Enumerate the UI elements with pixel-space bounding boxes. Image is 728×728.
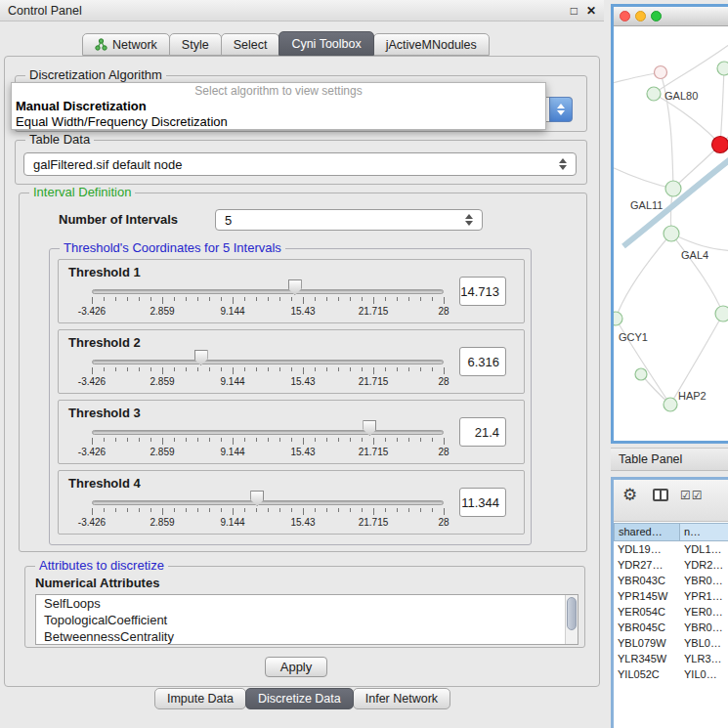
list-item[interactable]: SelfLoops [36,595,578,612]
table-cell[interactable]: YDL19… [614,543,680,555]
table-cell[interactable]: YER054C [614,606,680,618]
tab-style[interactable]: Style [169,33,222,56]
table-cell[interactable]: YPR145W [614,590,680,602]
list-item[interactable]: TopologicalCoefficient [36,612,578,628]
float-window-icon[interactable]: □ [571,4,578,18]
table-cell[interactable]: YPR1… [680,590,728,602]
table-row[interactable]: YLR345WYLR3… [614,651,728,666]
stepper-arrows-icon[interactable] [559,158,567,170]
threshold-slider[interactable]: -3.4262.8599.14415.4321.71528 [59,260,524,322]
popup-item[interactable]: Equal Width/Frequency Discretization [12,114,545,130]
threshold-value-field[interactable]: 6.316 [459,347,506,376]
table-row[interactable]: YBR043CYBR0… [614,573,728,588]
network-node[interactable] [717,62,728,75]
network-node[interactable] [647,87,661,101]
group-title: Table Data [25,132,94,147]
tab-cyni-toolbox[interactable]: Cyni Toolbox [278,31,373,56]
tab-discretize-data[interactable]: Discretize Data [245,688,354,709]
numerical-attributes-list[interactable]: SelfLoopsTopologicalCoefficientBetweenne… [35,594,578,645]
network-node[interactable] [635,368,647,380]
table-cell[interactable]: YDR2… [680,559,728,571]
scrollbar-thumb[interactable] [567,597,577,630]
panel-title: Control Panel [8,4,82,18]
table-cell[interactable]: YLR345W [614,653,680,664]
tab-network[interactable]: Network [82,33,170,56]
table-cell[interactable]: YBR0… [680,575,728,586]
node-label: GAL80 [664,90,698,102]
zoom-traffic-light[interactable] [651,11,662,21]
interval-definition-group: Interval Definition Number of Intervals … [19,193,587,552]
node-label: GAL4 [681,249,708,261]
column-header-shared-name[interactable]: shared… [614,523,680,541]
scrollbar[interactable] [565,595,578,644]
apply-button[interactable]: Apply [265,657,327,677]
table-cell[interactable]: YER0… [680,606,728,618]
slider-track[interactable] [92,430,444,435]
network-node[interactable] [614,312,622,325]
table-cell[interactable]: YDR27… [614,559,680,571]
list-item[interactable]: BetweennessCentrality [36,628,578,645]
table-row[interactable]: YIL052CYIL0… [614,666,728,682]
network-node[interactable] [665,181,681,196]
threshold-panel: Threshold 3 -3.4262.8599.14415.4321.7152… [58,400,525,464]
table-row[interactable]: YBL079WYBL0… [614,635,728,651]
table-cell[interactable]: YLR3… [680,653,728,664]
gear-icon[interactable]: ⚙ [622,485,637,505]
table-cell[interactable]: YBR043C [614,575,680,586]
network-node[interactable] [664,398,677,411]
node-table-body[interactable]: YDL19…YDL1…YDR27…YDR2…YBR043CYBR0…YPR145… [614,541,728,728]
tab-label: Infer Network [365,692,438,706]
column-header-name[interactable]: n… [680,523,728,541]
network-node-red[interactable] [712,137,728,153]
num-intervals-combobox[interactable]: 5 [215,209,483,231]
tab-infer-network[interactable]: Infer Network [353,688,450,709]
popup-item[interactable]: Manual Discretization [12,99,545,114]
table-row[interactable]: YDL19…YDL1… [614,541,728,557]
slider-track[interactable] [92,360,444,364]
threshold-slider[interactable]: -3.4262.8599.14415.4321.71528 [59,401,524,463]
table-row[interactable]: YPR145WYPR1… [614,588,728,604]
threshold-panel: Threshold 2 -3.4262.8599.14415.4321.7152… [58,329,525,394]
table-cell[interactable]: YIL052C [614,668,680,680]
stepper-arrows-icon[interactable] [465,214,473,226]
table-cell[interactable]: YBL079W [614,637,680,649]
network-window-titlebar [614,7,728,26]
table-row[interactable]: YER054CYER0… [614,604,728,620]
slider-ticks [92,438,444,446]
table-cell[interactable]: YDL1… [680,543,728,555]
table-row[interactable]: YBR045CYBR0… [614,620,728,635]
table-toolbar: ⚙ ☑☑ [614,480,728,522]
node-table-window[interactable]: ⚙ ☑☑ shared… n… YDL19…YDL1…YDR27…YDR2…YB… [611,477,728,728]
slider-tick-labels: -3.4262.8599.14415.4321.71528 [92,517,444,528]
table-cell[interactable]: YBR0… [680,621,728,633]
tab-select[interactable]: Select [221,33,280,56]
table-row[interactable]: YDR27…YDR2… [614,557,728,573]
table-data-combobox[interactable]: galFiltered.sif default node [23,152,577,176]
slider-track[interactable] [92,289,444,294]
tab-impute-data[interactable]: Impute Data [154,688,246,709]
network-canvas[interactable]: GAL80 GAL11 GAL4 GCY1 HAP2 [614,26,728,441]
minimize-traffic-light[interactable] [635,11,646,21]
threshold-value-field[interactable]: 11.344 [459,488,506,517]
threshold-panel: Threshold 4 -3.4262.8599.14415.4321.7152… [58,470,525,535]
tab-jactivemnodules[interactable]: jActiveMNodules [373,33,490,56]
network-view-window[interactable]: GAL80 GAL11 GAL4 GCY1 HAP2 [611,4,728,444]
threshold-value-field[interactable]: 21.4 [459,417,506,447]
slider-track[interactable] [92,500,444,505]
network-node[interactable] [664,226,679,241]
table-cell[interactable]: YBL0… [680,637,728,649]
threshold-slider[interactable]: -3.4262.8599.14415.4321.71528 [59,330,524,393]
network-node[interactable] [655,66,667,79]
threshold-slider[interactable]: -3.4262.8599.14415.4321.71528 [59,471,524,534]
threshold-value-field[interactable]: 14.713 [459,277,506,306]
slider-tick-labels: -3.4262.8599.14415.4321.71528 [92,306,444,317]
table-cell[interactable]: YIL0… [680,668,728,680]
select-columns-icon[interactable]: ☑☑ [680,489,704,502]
combo-arrows-icon[interactable] [549,97,573,122]
close-icon[interactable]: ✕ [586,4,596,18]
network-node[interactable] [715,306,728,321]
columns-icon[interactable] [653,489,668,501]
threshold-panel: Threshold 1 -3.4262.8599.14415.4321.7152… [58,259,525,323]
close-traffic-light[interactable] [620,11,630,21]
table-cell[interactable]: YBR045C [614,621,680,633]
